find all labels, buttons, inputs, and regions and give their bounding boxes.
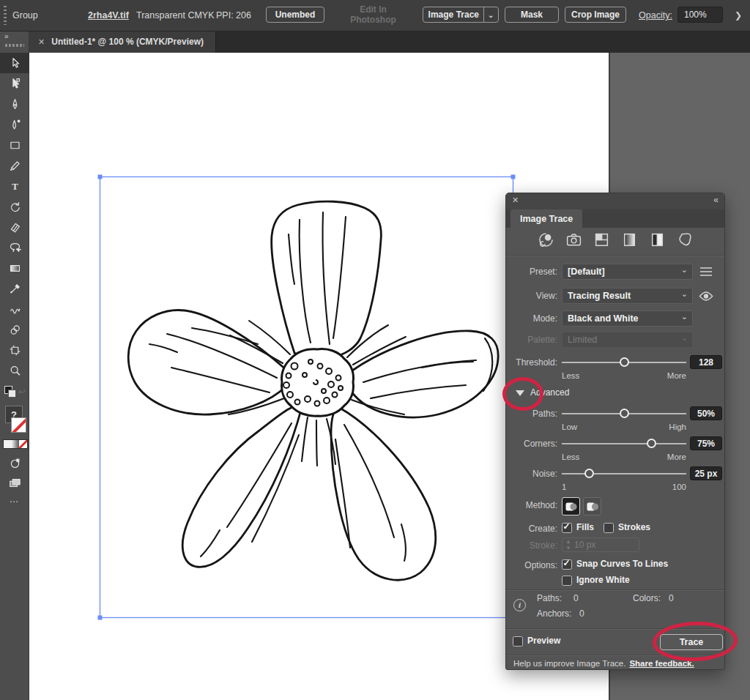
mask-button[interactable]: Mask bbox=[505, 7, 559, 23]
palette-dropdown: Limited ⌄ bbox=[562, 332, 693, 348]
fills-checkbox-label[interactable]: Fills bbox=[576, 522, 594, 532]
method-overlapping-button[interactable] bbox=[583, 497, 601, 515]
eraser-tool[interactable] bbox=[0, 217, 29, 237]
curvature-tool[interactable] bbox=[0, 114, 29, 135]
color-mode-label: Transparent CMYK bbox=[136, 0, 215, 31]
document-tab-title: Untitled-1* @ 100 % (CMYK/Preview) bbox=[51, 37, 204, 47]
linked-file-name[interactable]: 2rha4V.tif bbox=[88, 0, 129, 31]
fill-stroke-mini-proxy[interactable]: ↩ bbox=[0, 384, 29, 401]
color-swatch-button[interactable] bbox=[4, 440, 12, 448]
snap-curves-checkbox-label[interactable]: Snap Curves To Lines bbox=[576, 559, 668, 569]
ignore-white-checkbox-label[interactable]: Ignore White bbox=[576, 575, 630, 585]
black-and-white-preset-icon[interactable] bbox=[649, 231, 666, 250]
preset-menu-icon[interactable] bbox=[698, 265, 714, 278]
tools-grip-icon[interactable] bbox=[5, 44, 24, 47]
chevron-down-icon: ⌄ bbox=[681, 265, 688, 275]
preview-checkbox[interactable] bbox=[513, 636, 523, 647]
low-color-preset-icon[interactable] bbox=[593, 231, 610, 250]
opacity-label[interactable]: Opacity: bbox=[639, 0, 672, 31]
auto-color-preset-icon[interactable] bbox=[538, 231, 554, 250]
outline-preset-icon[interactable] bbox=[677, 231, 694, 250]
corners-slider-handle[interactable] bbox=[647, 439, 656, 448]
none-swatch-button[interactable] bbox=[19, 440, 27, 448]
method-abutting-button[interactable] bbox=[562, 497, 580, 515]
fill-stroke-proxy[interactable]: ? bbox=[0, 401, 29, 435]
pen-tool[interactable] bbox=[0, 94, 29, 114]
rectangle-tool[interactable] bbox=[0, 135, 29, 155]
panel-close-icon[interactable]: ✕ bbox=[512, 196, 519, 205]
view-eye-icon[interactable] bbox=[698, 289, 714, 302]
more-options-chevron-icon[interactable]: ❯ bbox=[731, 0, 746, 31]
high-color-preset-icon[interactable] bbox=[565, 231, 582, 250]
corners-value-field[interactable]: 75% bbox=[690, 436, 722, 450]
noise-slider[interactable] bbox=[562, 473, 686, 474]
preview-checkbox-label[interactable]: Preview bbox=[527, 636, 560, 646]
close-tab-icon[interactable]: ✕ bbox=[38, 37, 45, 47]
noise-max-label: 100 bbox=[672, 483, 686, 491]
unembed-button[interactable]: Unembed bbox=[266, 7, 324, 23]
stroke-label: Stroke: bbox=[506, 537, 557, 554]
shape-builder-tool[interactable] bbox=[0, 453, 29, 473]
type-tool[interactable]: T bbox=[0, 176, 29, 196]
shaper-tool[interactable] bbox=[0, 299, 29, 319]
trace-info-section: i Paths: 0 Colors: 0 Anchors: 0 bbox=[506, 593, 724, 625]
ignore-white-checkbox[interactable] bbox=[562, 576, 572, 586]
view-dropdown[interactable]: Tracing Result ⌄ bbox=[562, 288, 693, 304]
paths-slider[interactable] bbox=[562, 413, 686, 414]
color-gradient-none-bar[interactable] bbox=[3, 439, 28, 449]
threshold-slider[interactable] bbox=[562, 362, 686, 363]
eyedropper-tool[interactable] bbox=[0, 278, 29, 299]
threshold-min-label: Less bbox=[562, 371, 579, 380]
corners-max-label: More bbox=[667, 453, 686, 461]
snap-curves-checkbox[interactable] bbox=[562, 559, 572, 570]
opacity-value-field[interactable]: 100% bbox=[677, 7, 723, 23]
symbol-sprayer-tool[interactable] bbox=[0, 319, 29, 340]
edit-in-photoshop-button[interactable]: Edit In Photoshop bbox=[331, 7, 415, 23]
fills-checkbox[interactable] bbox=[562, 523, 572, 533]
noise-slider-handle[interactable] bbox=[584, 469, 594, 478]
image-trace-panel: ✕ « Image Trace Preset: [Default] ⌄ View… bbox=[505, 193, 725, 670]
strokes-checkbox-label[interactable]: Strokes bbox=[618, 522, 650, 532]
threshold-label: Threshold: bbox=[506, 354, 557, 371]
gradient-swatch-button[interactable] bbox=[12, 440, 20, 448]
stroke-width-stepper: ▲▼ 10 px bbox=[562, 537, 639, 552]
threshold-slider-handle[interactable] bbox=[620, 357, 629, 367]
pencil-tool[interactable] bbox=[0, 155, 29, 176]
control-bar-grip-icon[interactable] bbox=[4, 6, 7, 25]
panel-collapse-icon[interactable]: « bbox=[713, 195, 718, 205]
threshold-value-field[interactable]: 128 bbox=[690, 355, 722, 369]
palette-label: Palette: bbox=[506, 332, 557, 348]
info-icon: i bbox=[513, 599, 526, 611]
document-tab[interactable]: ✕ Untitled-1* @ 100 % (CMYK/Preview) bbox=[29, 31, 216, 53]
image-trace-panel-tab[interactable]: Image Trace bbox=[510, 209, 582, 228]
selection-tool[interactable] bbox=[0, 53, 29, 73]
corners-min-label: Less bbox=[562, 453, 579, 461]
noise-value-field[interactable]: 25 px bbox=[690, 466, 722, 480]
info-anchors-label: Anchors: bbox=[537, 608, 571, 619]
zoom-tool[interactable] bbox=[0, 360, 29, 381]
stroke-none-swatch[interactable] bbox=[11, 417, 26, 433]
mode-dropdown[interactable]: Black and White ⌄ bbox=[562, 310, 693, 327]
image-trace-button[interactable]: Image Trace ⌄ bbox=[423, 7, 499, 23]
paths-value-field[interactable]: 50% bbox=[690, 406, 722, 420]
expand-tools-icon[interactable]: » bbox=[4, 32, 10, 40]
rotate-tool[interactable] bbox=[0, 196, 29, 217]
grayscale-preset-icon[interactable] bbox=[621, 231, 638, 250]
lasso-tool[interactable] bbox=[0, 237, 29, 258]
preset-dropdown[interactable]: [Default] ⌄ bbox=[562, 264, 693, 280]
panel-header[interactable]: ✕ « bbox=[506, 193, 724, 209]
direct-selection-tool[interactable] bbox=[0, 73, 29, 94]
edit-toolbar-overflow-icon[interactable]: … bbox=[0, 494, 29, 504]
chevron-down-icon[interactable]: ⌄ bbox=[484, 11, 497, 19]
paths-slider-handle[interactable] bbox=[620, 409, 629, 418]
crop-image-button[interactable]: Crop Image bbox=[565, 7, 626, 23]
strokes-checkbox[interactable] bbox=[604, 523, 614, 533]
paths-min-label: Low bbox=[562, 422, 577, 431]
artboard-tool[interactable] bbox=[0, 340, 29, 360]
gradient-tool[interactable] bbox=[0, 258, 29, 278]
draw-mode-button[interactable] bbox=[0, 473, 29, 494]
swap-fill-stroke-icon[interactable]: ↩ bbox=[18, 387, 26, 397]
corners-slider[interactable] bbox=[562, 443, 686, 444]
options-label: Options: bbox=[506, 557, 557, 573]
ppi-label: PPI: 206 bbox=[216, 0, 251, 31]
